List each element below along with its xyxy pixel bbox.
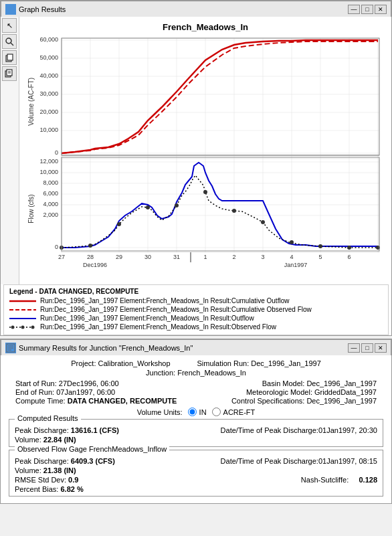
obs-peak-value: 6409.3 (CFS) bbox=[71, 457, 115, 465]
svg-text:5: 5 bbox=[318, 254, 322, 260]
svg-rect-6 bbox=[7, 54, 13, 60]
legend-text-3: Run:Dec_1996_Jan_1997 Element:French_Mea… bbox=[40, 315, 254, 322]
radio-acre[interactable] bbox=[212, 408, 221, 416]
summary-minimize-button[interactable]: — bbox=[348, 343, 360, 353]
obs-peak-label: Peak Discharge: 6409.3 (CFS) bbox=[15, 457, 115, 465]
minimize-button[interactable]: — bbox=[348, 5, 360, 14]
compute-label: Compute Time: DATA CHANGED, RECOMPUTE bbox=[15, 397, 177, 405]
graph-window-icon bbox=[5, 4, 16, 15]
svg-text:6,000: 6,000 bbox=[43, 190, 58, 197]
peak-discharge-label: Peak Discharge: 13616.1 (CFS) bbox=[15, 426, 119, 434]
svg-point-79 bbox=[318, 244, 322, 248]
peak-date-value: 01Jan1997, 20:30 bbox=[318, 426, 377, 434]
summary-window: Summary Results for Junction "French_Mea… bbox=[0, 339, 392, 504]
volume-in-radio[interactable]: IN bbox=[188, 408, 207, 416]
summary-window-controls: — □ ✕ bbox=[348, 343, 387, 353]
svg-text:0: 0 bbox=[55, 149, 58, 156]
computed-results-title: Computed Results bbox=[15, 414, 81, 422]
svg-text:6: 6 bbox=[347, 254, 351, 260]
summary-window-icon bbox=[5, 343, 16, 353]
summary-window-title: Summary Results for Junction "French_Mea… bbox=[19, 344, 348, 352]
svg-point-73 bbox=[146, 205, 150, 209]
chart-container: French_Meadows_In 60,000 50,000 40,000 3… bbox=[19, 17, 391, 284]
svg-text:30,000: 30,000 bbox=[39, 90, 58, 97]
legend-title: Legend - DATA CHANGED, RECOMPUTE bbox=[9, 288, 383, 295]
graph-window-controls: — □ ✕ bbox=[348, 5, 387, 14]
legend-text-1: Run:Dec_1996_Jan_1997 Element:French_Mea… bbox=[40, 297, 289, 304]
zoom-tool[interactable] bbox=[2, 34, 17, 49]
observed-section-title: Observed Flow Gage FrenchMeadows_Inflow bbox=[15, 445, 169, 453]
summary-content: Project: Calibration_Workshop Simulation… bbox=[1, 355, 391, 503]
svg-point-90 bbox=[31, 325, 35, 329]
legend-item-4: Run:Dec_1996_Jan_1997 Element:French_Mea… bbox=[9, 323, 383, 331]
summary-close-button[interactable]: ✕ bbox=[375, 343, 387, 353]
svg-point-78 bbox=[290, 240, 294, 244]
junction-label: Junction: bbox=[146, 369, 175, 377]
legend-line-dotted-black bbox=[9, 324, 36, 331]
legend-line-solid-blue bbox=[9, 315, 36, 322]
graph-area: ↖ bbox=[1, 17, 391, 284]
svg-text:28: 28 bbox=[87, 254, 94, 260]
svg-text:10,000: 10,000 bbox=[39, 169, 58, 175]
svg-text:27: 27 bbox=[58, 254, 65, 260]
volume-acre-radio[interactable]: ACRE-FT bbox=[212, 408, 256, 416]
svg-text:Dec1996: Dec1996 bbox=[83, 262, 107, 268]
svg-text:4,000: 4,000 bbox=[43, 201, 58, 207]
observed-flow-section: Observed Flow Gage FrenchMeadows_Inflow … bbox=[9, 450, 383, 497]
summary-title-bar: Summary Results for Junction "French_Mea… bbox=[1, 339, 391, 355]
svg-point-71 bbox=[88, 244, 92, 248]
svg-point-72 bbox=[117, 222, 121, 226]
copy-tool-1[interactable] bbox=[2, 50, 17, 65]
computed-results-section: Computed Results Peak Discharge: 13616.1… bbox=[9, 419, 383, 447]
bias-value: 6.82 % bbox=[60, 485, 83, 493]
graph-window-title: Graph Results bbox=[19, 5, 348, 13]
nash-value: 0.128 bbox=[359, 476, 377, 484]
rmse-value: 0.9 bbox=[68, 476, 78, 484]
rmse-label: RMSE Std Dev: 0.9 bbox=[15, 476, 78, 484]
volume-units-label: Volume Units: bbox=[137, 408, 183, 416]
sim-run-label: Simulation Run: Dec_1996_Jan_1997 bbox=[197, 359, 321, 367]
svg-text:0: 0 bbox=[55, 244, 58, 250]
legend-item-1: Run:Dec_1996_Jan_1997 Element:French_Mea… bbox=[9, 297, 383, 304]
obs-peak-date-value: 01Jan1997, 08:15 bbox=[318, 457, 377, 465]
project-label: Project: Calibration_Workshop bbox=[71, 359, 170, 367]
obs-volume-value: 21.38 (IN) bbox=[43, 466, 76, 474]
svg-text:40,000: 40,000 bbox=[39, 72, 58, 79]
svg-point-89 bbox=[21, 325, 25, 329]
legend-text-2: Run:Dec_1996_Jan_1997 Element:French_Mea… bbox=[40, 306, 312, 313]
legend-item-2: Run:Dec_1996_Jan_1997 Element:French_Mea… bbox=[9, 306, 383, 313]
radio-in[interactable] bbox=[188, 408, 197, 416]
svg-text:Volume (AC-FT): Volume (AC-FT) bbox=[27, 78, 35, 126]
svg-text:12,000: 12,000 bbox=[39, 158, 58, 165]
radio-acre-label: ACRE-FT bbox=[223, 408, 256, 416]
svg-text:60,000: 60,000 bbox=[39, 36, 58, 43]
svg-point-77 bbox=[261, 220, 265, 224]
start-label: Start of Run: 27Dec1996, 06:00 bbox=[15, 379, 119, 387]
legend: Legend - DATA CHANGED, RECOMPUTE Run:Dec… bbox=[3, 284, 389, 335]
svg-text:8,000: 8,000 bbox=[43, 179, 58, 186]
svg-text:10,000: 10,000 bbox=[39, 126, 58, 133]
svg-text:4: 4 bbox=[290, 254, 293, 260]
svg-text:20,000: 20,000 bbox=[39, 108, 58, 115]
copy-tool-2[interactable] bbox=[2, 66, 17, 81]
svg-point-80 bbox=[347, 246, 351, 250]
svg-rect-2 bbox=[12, 6, 14, 13]
svg-rect-0 bbox=[7, 10, 9, 13]
svg-rect-1 bbox=[9, 8, 11, 13]
legend-line-dashed-red bbox=[9, 306, 36, 313]
close-button[interactable]: ✕ bbox=[375, 5, 387, 14]
summary-maximize-button[interactable]: □ bbox=[361, 343, 373, 353]
peak-date-label: Date/Time of Peak Discharge:01Jan1997, 2… bbox=[221, 426, 377, 434]
select-tool[interactable]: ↖ bbox=[2, 18, 17, 33]
obs-volume-label: Volume: 21.38 (IN) bbox=[15, 466, 76, 474]
met-label: Meteorologic Model: GriddedData_1997 bbox=[246, 388, 377, 396]
svg-line-4 bbox=[11, 43, 13, 46]
maximize-button[interactable]: □ bbox=[361, 5, 373, 14]
junction-value: French_Meadows_In bbox=[177, 369, 246, 377]
control-label: Control Specifications: Dec_1996_Jan_199… bbox=[231, 397, 377, 405]
sim-run-value: Dec_1996_Jan_1997 bbox=[251, 359, 321, 367]
peak-discharge-value: 13616.1 (CFS) bbox=[71, 426, 119, 434]
svg-text:Jan1997: Jan1997 bbox=[284, 262, 308, 268]
svg-text:31: 31 bbox=[173, 254, 180, 260]
obs-peak-date-label: Date/Time of Peak Discharge:01Jan1997, 0… bbox=[221, 457, 377, 465]
